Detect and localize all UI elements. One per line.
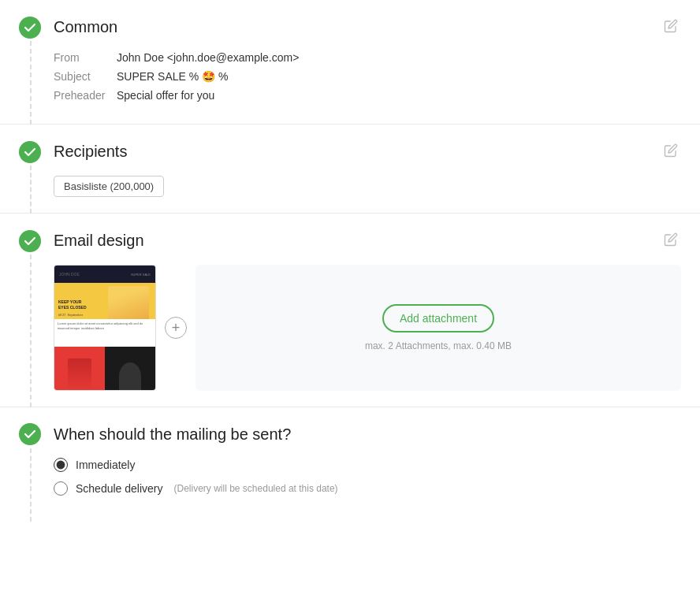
thumb-hero-area: KEEP YOUREYES CLOSED till 27. September xyxy=(54,283,155,319)
thumb-text-block: Lorem ipsum dolor sit amet consectetur a… xyxy=(54,319,155,347)
recipients-section-header: Recipients xyxy=(19,140,681,163)
attachment-hint: max. 2 Attachments, max. 0.40 MB xyxy=(365,340,512,351)
from-value: John Doe <john.doe@example.com> xyxy=(117,51,299,64)
subject-value: SUPER SALE % 🤩 % xyxy=(117,70,229,83)
immediately-option: Immediately xyxy=(54,458,681,472)
subject-label: Subject xyxy=(54,70,117,83)
preheader-value: Special offer for you xyxy=(117,89,214,102)
email-design-section: Email design JOHN DOE SUPER SALE xyxy=(0,214,700,407)
schedule-title: When should the mailing be sent? xyxy=(54,425,291,444)
immediately-label: Immediately xyxy=(76,459,135,471)
common-check-icon xyxy=(19,17,41,39)
recipients-title: Recipients xyxy=(54,143,127,161)
recipients-edit-button[interactable] xyxy=(661,140,681,163)
thumb-header-bar: JOHN DOE SUPER SALE xyxy=(54,266,155,283)
from-row: From John Doe <john.doe@example.com> xyxy=(54,51,681,64)
schedule-section: When should the mailing be sent? Immedia… xyxy=(0,407,700,521)
email-design-edit-button[interactable] xyxy=(661,229,681,252)
thumbnail-inner: JOHN DOE SUPER SALE KEEP YOUREYES CLOSED… xyxy=(54,266,155,390)
email-thumbnail[interactable]: JOHN DOE SUPER SALE KEEP YOUREYES CLOSED… xyxy=(54,265,156,391)
recipients-content: Basisliste (200,000) xyxy=(54,176,681,197)
preheader-label: Preheader xyxy=(54,89,117,102)
common-header-left: Common xyxy=(19,17,117,39)
email-design-title: Email design xyxy=(54,232,144,250)
schedule-radio[interactable] xyxy=(54,481,68,496)
thumb-img-right xyxy=(105,347,155,390)
thumb-img-left xyxy=(54,347,105,390)
plus-icon: + xyxy=(172,320,181,336)
add-attachment-button[interactable]: Add attachment xyxy=(382,304,494,333)
recipients-check-icon xyxy=(19,141,41,163)
schedule-header-left: When should the mailing be sent? xyxy=(19,423,291,445)
schedule-section-header: When should the mailing be sent? xyxy=(19,423,681,445)
design-area: JOHN DOE SUPER SALE KEEP YOUREYES CLOSED… xyxy=(54,265,681,391)
schedule-check-icon xyxy=(19,423,41,445)
schedule-content: Immediately Schedule delivery (Delivery … xyxy=(54,458,681,496)
schedule-delivery-label: Schedule delivery xyxy=(76,482,163,495)
common-section-header: Common xyxy=(19,16,681,39)
common-section: Common From John Doe <john.doe@example.c… xyxy=(0,0,700,124)
common-content: From John Doe <john.doe@example.com> Sub… xyxy=(54,51,681,102)
recipients-section: Recipients Basisliste (200,000) xyxy=(0,124,700,214)
recipient-tag: Basisliste (200,000) xyxy=(54,176,164,197)
email-design-content: JOHN DOE SUPER SALE KEEP YOUREYES CLOSED… xyxy=(54,265,681,391)
email-design-header-left: Email design xyxy=(19,230,144,252)
plus-circle-icon[interactable]: + xyxy=(165,317,187,339)
from-label: From xyxy=(54,51,117,64)
schedule-option: Schedule delivery (Delivery will be sche… xyxy=(54,481,681,496)
schedule-hint: (Delivery will be scheduled at this date… xyxy=(174,483,338,494)
common-title: Common xyxy=(54,18,117,36)
immediately-radio[interactable] xyxy=(54,458,68,472)
attachment-area: Add attachment max. 2 Attachments, max. … xyxy=(195,265,681,391)
email-design-header: Email design xyxy=(19,229,681,252)
common-edit-button[interactable] xyxy=(661,16,681,39)
email-design-check-icon xyxy=(19,230,41,252)
subject-row: Subject SUPER SALE % 🤩 % xyxy=(54,70,681,83)
thumb-bottom-area xyxy=(54,347,155,390)
add-design-button[interactable]: + xyxy=(156,265,195,391)
preheader-row: Preheader Special offer for you xyxy=(54,89,681,102)
recipients-header-left: Recipients xyxy=(19,141,127,163)
